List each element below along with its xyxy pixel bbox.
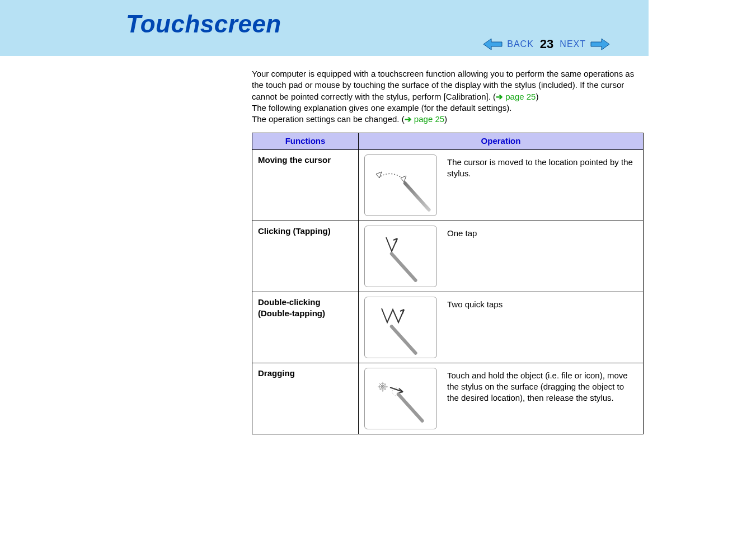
- svg-rect-5: [389, 251, 418, 283]
- next-arrow-icon[interactable]: [590, 38, 609, 50]
- svg-rect-4: [403, 181, 431, 212]
- table-row: Double-clicking (Double-tapping) Two qui…: [252, 292, 644, 363]
- intro-p2: The following explanation gives one exam…: [252, 103, 511, 113]
- page-number: 23: [538, 37, 555, 51]
- op-text: Two quick taps: [447, 297, 637, 310]
- table-row: Clicking (Tapping) One tap: [252, 221, 644, 292]
- fn-label: Clicking (Tapping): [252, 221, 359, 292]
- move-cursor-illustration: [364, 154, 437, 216]
- table-row: Dragging: [252, 363, 644, 434]
- nav-row: BACK 23 NEXT: [483, 37, 609, 51]
- intro-p1: Your computer is equipped with a touchsc…: [252, 69, 634, 101]
- table-row: Moving the cursor: [252, 149, 644, 221]
- op-text: Touch and hold the object (i.e. file or …: [447, 368, 637, 404]
- right-gutter: [649, 0, 756, 534]
- page-title: Touchscreen: [0, 10, 649, 38]
- svg-rect-14: [396, 392, 425, 423]
- svg-marker-1: [591, 39, 609, 50]
- table-header-row: Functions Operation: [252, 133, 644, 149]
- arrow-icon: ➔: [405, 114, 414, 124]
- page-link-25a[interactable]: page 25: [505, 92, 536, 101]
- op-cell: One tap: [359, 221, 644, 292]
- drag-illustration: [364, 368, 437, 429]
- back-button[interactable]: BACK: [507, 39, 534, 49]
- intro-p3a: The operation settings can be changed. (: [252, 114, 405, 124]
- fn-label: Dragging: [252, 363, 359, 434]
- page: Touchscreen BACK 23 NEXT Your computer i…: [0, 0, 649, 534]
- intro-text: Your computer is equipped with a touchsc…: [252, 68, 644, 125]
- arrow-icon: ➔: [496, 92, 505, 101]
- back-arrow-icon[interactable]: [483, 38, 503, 50]
- page-link-25b[interactable]: page 25: [414, 114, 444, 124]
- fn-label: Double-clicking (Double-tapping): [252, 292, 359, 363]
- op-text: The cursor is moved to the location poin…: [447, 154, 637, 180]
- op-cell: Two quick taps: [359, 292, 644, 363]
- svg-marker-2: [376, 172, 382, 178]
- th-operation: Operation: [359, 133, 644, 149]
- click-illustration: [364, 226, 437, 287]
- svg-rect-6: [389, 324, 418, 355]
- next-button[interactable]: NEXT: [560, 39, 586, 49]
- svg-marker-0: [483, 39, 502, 50]
- op-text: One tap: [447, 226, 637, 239]
- double-click-illustration: [364, 297, 437, 358]
- header-band: Touchscreen BACK 23 NEXT: [0, 0, 649, 56]
- svg-marker-3: [401, 176, 406, 182]
- intro-p3b: ): [444, 114, 447, 124]
- functions-table: Functions Operation Moving the cursor: [252, 133, 644, 434]
- content-area: Your computer is equipped with a touchsc…: [252, 68, 644, 434]
- op-cell: The cursor is moved to the location poin…: [359, 149, 644, 221]
- fn-label: Moving the cursor: [252, 149, 359, 221]
- th-functions: Functions: [252, 133, 359, 149]
- intro-p1-close: ): [536, 92, 538, 101]
- op-cell: Touch and hold the object (i.e. file or …: [359, 363, 644, 434]
